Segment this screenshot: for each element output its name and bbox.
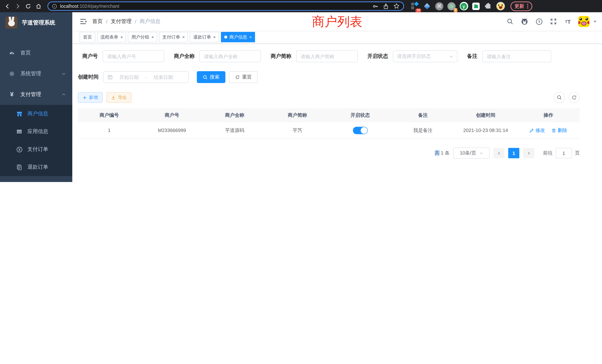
cell-merchant-id: 1	[78, 128, 141, 133]
sidebar-item-infra[interactable]: 基础设施	[0, 176, 72, 182]
bookmark-star-icon[interactable]	[393, 3, 400, 9]
browser-extensions: 10 ⌘ 1 y	[410, 1, 505, 11]
cell-short-name: 芋艿	[266, 127, 329, 134]
prev-page-button[interactable]	[493, 148, 505, 158]
browser-home-button[interactable]	[34, 2, 43, 11]
search-icon[interactable]	[506, 17, 514, 26]
breadcrumb-pay[interactable]: 支付管理	[111, 18, 132, 25]
sidebar-item-label: 商户信息	[27, 110, 48, 117]
download-icon	[111, 95, 116, 100]
col-create-time: 创建时间	[454, 112, 517, 119]
extension-icon-2[interactable]	[422, 1, 432, 11]
export-button[interactable]: 导出	[106, 92, 132, 103]
avatar[interactable]	[578, 16, 589, 27]
tab-pay-order[interactable]: 支付订单×	[159, 32, 188, 42]
date-end-input[interactable]	[149, 74, 177, 80]
reset-button[interactable]: 重置	[229, 71, 258, 83]
extensions-puzzle-icon[interactable]	[483, 1, 493, 11]
chevron-left-icon	[497, 151, 501, 155]
help-icon[interactable]: ?	[535, 17, 543, 26]
browser-update-button[interactable]: 更新	[510, 1, 532, 11]
calendar-icon	[108, 75, 113, 80]
refresh-table-button[interactable]	[569, 92, 580, 103]
chevron-down-icon	[62, 72, 66, 76]
goto-page-input[interactable]	[556, 148, 572, 158]
avatar-caret-icon[interactable]	[593, 21, 596, 22]
dashboard-icon	[9, 50, 15, 56]
extension-icon-4[interactable]: 1	[447, 1, 456, 11]
extension-icon-5[interactable]: y	[459, 1, 469, 11]
search-button[interactable]: 搜索	[197, 71, 225, 83]
status-toggle[interactable]	[353, 127, 367, 134]
extension-icon-7[interactable]	[496, 1, 505, 11]
font-size-icon[interactable]: TT	[564, 17, 572, 26]
tab-home[interactable]: 首页	[80, 32, 95, 42]
breadcrumb-home[interactable]: 首页	[92, 18, 103, 25]
create-time-range-picker[interactable]: -	[103, 71, 189, 83]
svg-text:?: ?	[538, 20, 540, 24]
tab-refund-order[interactable]: 退款订单×	[190, 32, 219, 42]
fullscreen-icon[interactable]	[549, 17, 558, 26]
short-name-input[interactable]	[296, 50, 358, 62]
sidebar-item-app-info[interactable]: 应用信息	[0, 123, 72, 140]
date-start-input[interactable]	[115, 74, 143, 80]
extension-icon-1[interactable]: 10	[410, 1, 420, 11]
browser-reload-button[interactable]	[24, 2, 33, 11]
browser-back-button[interactable]	[3, 2, 12, 11]
full-name-input[interactable]	[199, 50, 261, 62]
close-icon[interactable]: ×	[213, 35, 216, 39]
url-bar[interactable]: localhost:1024/pay/merchant	[47, 1, 404, 11]
remark-input[interactable]	[482, 50, 551, 62]
tab-user-group[interactable]: 用户分组×	[128, 32, 157, 42]
merchant-table: 商户编号 商户号 商户全称 商户简称 开启状态 备注 创建时间 操作 1 M23…	[78, 108, 580, 139]
sidebar-item-pay[interactable]: ¥ 支付管理	[0, 84, 72, 105]
page-number-1[interactable]: 1	[508, 148, 519, 158]
page-size-select[interactable]: 10条/页	[453, 148, 490, 159]
password-key-icon[interactable]	[373, 3, 378, 9]
tab-process-form[interactable]: 流程表单×	[97, 32, 126, 42]
sidebar-fold-icon[interactable]	[79, 17, 87, 26]
merchant-no-label: 商户号	[82, 53, 98, 60]
status-select[interactable]: 请选择开启状态	[393, 50, 457, 62]
next-page-button[interactable]	[523, 148, 534, 158]
browser-forward-button[interactable]	[13, 2, 22, 11]
app-title: 芋道管理系统	[22, 19, 55, 26]
sidebar-item-pay-order[interactable]: 支付订单	[0, 140, 72, 158]
github-icon[interactable]	[520, 17, 529, 26]
merchant-no-input[interactable]	[103, 50, 164, 62]
close-icon[interactable]: ×	[249, 35, 252, 39]
browser-menu-icon[interactable]	[527, 4, 528, 9]
close-icon[interactable]: ×	[151, 35, 154, 39]
sidebar-item-refund-order[interactable]: 退款订单	[0, 158, 72, 176]
cell-create-time: 2021-10-23 08:31:14	[454, 128, 517, 133]
app-navbar: 首页 / 支付管理 / 商户信息 商户列表 ?	[72, 12, 602, 31]
tab-merchant-info[interactable]: 商户信息×	[221, 32, 255, 42]
url-path: :1024/pay/merchant	[78, 3, 119, 9]
tags-view: 首页 流程表单× 用户分组× 支付订单× 退款订单× 商户信息×	[72, 31, 602, 44]
goto-unit: 页	[575, 150, 580, 156]
url-host: localhost	[60, 3, 78, 9]
site-info-icon[interactable]	[52, 3, 57, 9]
sidebar-item-home[interactable]: 首页	[0, 43, 72, 63]
delete-button[interactable]: 删除	[552, 127, 567, 134]
search-icon	[203, 75, 208, 79]
share-icon[interactable]	[383, 3, 389, 9]
search-icon	[557, 95, 562, 100]
page-content: 商户号 商户全称 商户简称 开启状态 请选择开启状态	[72, 44, 602, 182]
table-row: 1 M233666999 芋道源码 芋艿 我是备注 2021-10-23 08:…	[78, 122, 580, 139]
refresh-icon	[572, 95, 577, 100]
col-short-name: 商户简称	[266, 112, 329, 119]
extension-icon-3[interactable]: ⌘	[434, 1, 444, 11]
update-label: 更新	[515, 3, 524, 10]
close-icon[interactable]: ×	[120, 35, 123, 39]
sidebar-item-system[interactable]: 系统管理	[0, 63, 72, 84]
add-button[interactable]: 新增	[78, 92, 103, 103]
extension-icon-6[interactable]	[471, 1, 481, 11]
status-label: 开启状态	[367, 53, 388, 60]
edit-button[interactable]: 修改	[529, 127, 545, 134]
close-icon[interactable]: ×	[182, 35, 185, 39]
logo[interactable]: 芋道管理系统	[0, 12, 72, 33]
sidebar-item-merchant-info[interactable]: 商户信息	[0, 105, 72, 123]
edit-pencil-icon	[529, 128, 534, 132]
toggle-search-button[interactable]	[554, 92, 565, 103]
